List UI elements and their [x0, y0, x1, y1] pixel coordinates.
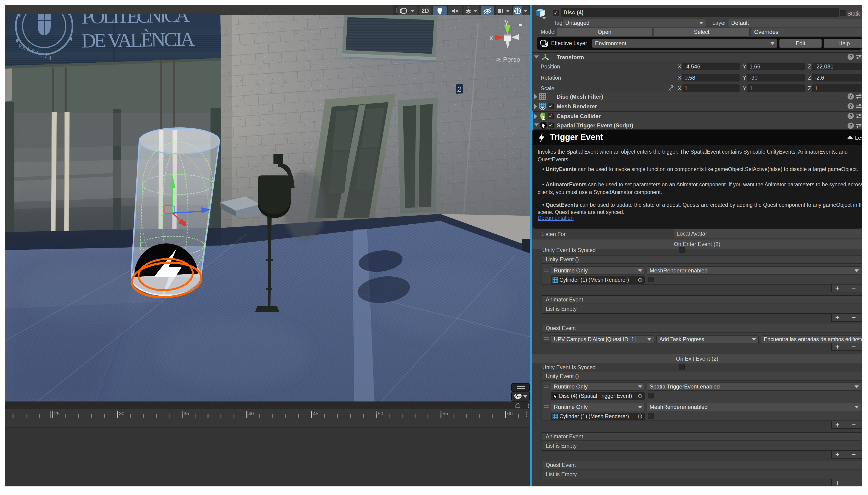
svg-text:y: y: [505, 18, 508, 25]
svg-text:2: 2: [457, 85, 462, 93]
svg-text:DE VALÈNCIA: DE VALÈNCIA: [81, 28, 196, 52]
svg-text:⋜ Persp: ⋜ Persp: [496, 56, 520, 63]
svg-text:x: x: [490, 34, 493, 41]
